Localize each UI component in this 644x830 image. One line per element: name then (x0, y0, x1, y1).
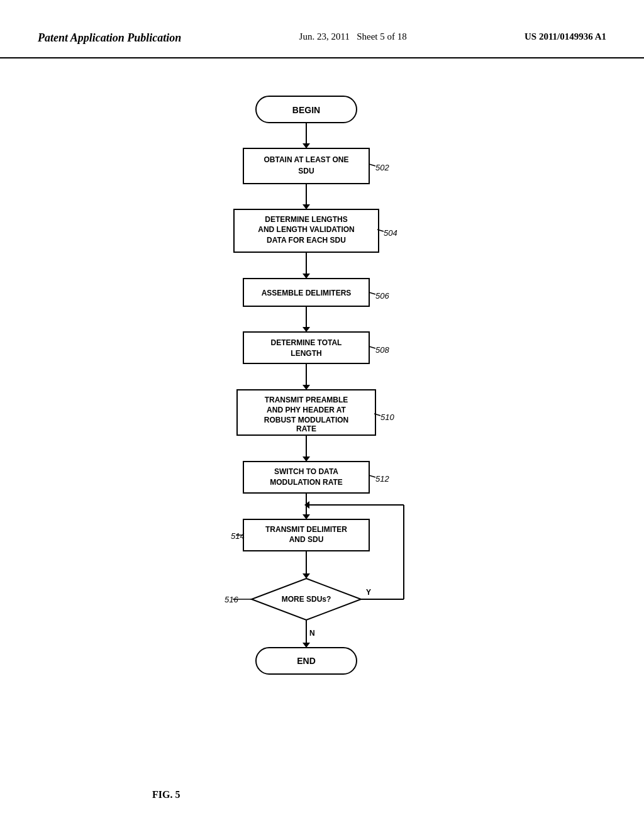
svg-text:N: N (309, 629, 315, 638)
svg-text:AND SDU: AND SDU (289, 535, 324, 544)
svg-rect-4 (243, 148, 369, 184)
publication-date-sheet: Jun. 23, 2011 Sheet 5 of 18 (299, 31, 407, 42)
patent-number: US 2011/0149936 A1 (525, 31, 606, 42)
svg-line-29 (369, 346, 375, 348)
svg-text:MODULATION RATE: MODULATION RATE (270, 478, 343, 487)
svg-marker-47 (303, 514, 310, 519)
svg-text:DETERMINE TOTAL: DETERMINE TOTAL (271, 338, 342, 347)
svg-marker-18 (303, 274, 310, 279)
svg-text:TRANSMIT DELIMITER: TRANSMIT DELIMITER (265, 525, 347, 534)
svg-text:512: 512 (375, 474, 389, 484)
main-content: BEGIN OBTAIN AT LEAST ONE SDU 502 DETERM… (0, 58, 644, 819)
svg-marker-54 (303, 573, 310, 578)
svg-text:TRANSMIT PREAMBLE: TRANSMIT PREAMBLE (265, 396, 348, 404)
svg-text:LENGTH: LENGTH (291, 349, 321, 358)
svg-text:504: 504 (384, 228, 397, 238)
figure-label: FIG. 5 (152, 789, 180, 800)
svg-text:END: END (297, 656, 316, 666)
svg-text:506: 506 (375, 291, 389, 301)
publication-date: Jun. 23, 2011 (299, 31, 350, 42)
svg-text:DATA FOR EACH SDU: DATA FOR EACH SDU (267, 236, 346, 245)
page-header: Patent Application Publication Jun. 23, … (0, 0, 644, 58)
flowchart-svg: BEGIN OBTAIN AT LEAST ONE SDU 502 DETERM… (133, 84, 511, 807)
svg-text:DETERMINE LENGTHS: DETERMINE LENGTHS (265, 215, 347, 224)
svg-text:OBTAIN AT LEAST ONE: OBTAIN AT LEAST ONE (264, 155, 348, 164)
svg-text:ROBUST MODULATION: ROBUST MODULATION (264, 416, 348, 424)
svg-line-45 (369, 475, 375, 477)
svg-marker-66 (303, 643, 310, 648)
svg-text:BEGIN: BEGIN (292, 105, 320, 115)
svg-text:Y: Y (366, 588, 371, 597)
svg-rect-41 (243, 462, 369, 493)
svg-marker-24 (303, 327, 310, 332)
svg-text:SWITCH TO DATA: SWITCH TO DATA (274, 467, 338, 476)
svg-text:AND LENGTH VALIDATION: AND LENGTH VALIDATION (258, 225, 355, 234)
diagram-area: BEGIN OBTAIN AT LEAST ONE SDU 502 DETERM… (133, 84, 511, 807)
svg-rect-25 (243, 332, 369, 363)
svg-text:ASSEMBLE DELIMITERS: ASSEMBLE DELIMITERS (262, 289, 352, 297)
svg-text:RATE: RATE (296, 424, 316, 433)
svg-text:AND PHY HEADER AT: AND PHY HEADER AT (267, 406, 346, 414)
svg-text:508: 508 (375, 345, 389, 355)
svg-text:510: 510 (380, 412, 394, 422)
publication-title: Patent Application Publication (38, 31, 181, 45)
svg-marker-10 (303, 204, 310, 209)
svg-marker-40 (303, 456, 310, 462)
svg-marker-3 (303, 143, 310, 148)
svg-text:502: 502 (375, 163, 389, 172)
svg-text:SDU: SDU (298, 167, 314, 175)
svg-marker-31 (303, 385, 310, 390)
svg-line-8 (369, 164, 375, 166)
sheet-info: Sheet 5 of 18 (357, 31, 407, 42)
svg-text:MORE SDUs?: MORE SDUs? (282, 595, 331, 604)
svg-line-22 (369, 292, 375, 294)
svg-text:514: 514 (231, 531, 245, 541)
